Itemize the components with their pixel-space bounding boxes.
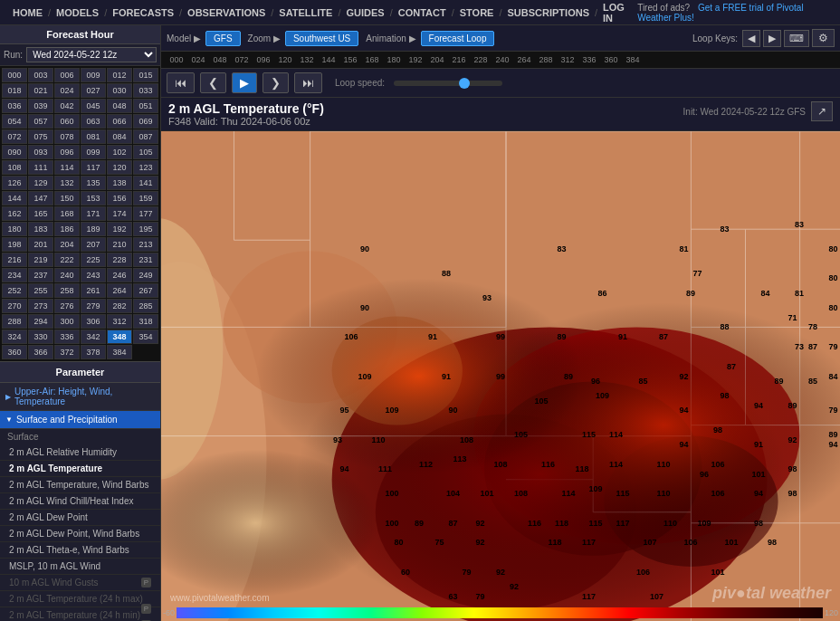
hour-cell-195[interactable]: 195: [133, 222, 158, 236]
param-theta[interactable]: 2 m AGL Theta-e, Wind Barbs: [0, 542, 160, 559]
hour-cell-000[interactable]: 000: [2, 68, 27, 82]
hour-cell-069[interactable]: 069: [133, 114, 158, 129]
settings-button[interactable]: ⚙: [812, 29, 835, 47]
param-temp[interactable]: 2 m AGL Temperature: [0, 461, 160, 477]
prev-frame-button[interactable]: ❮: [200, 72, 226, 93]
time-tick-312[interactable]: 312: [558, 54, 578, 65]
hour-cell-228[interactable]: 228: [107, 253, 132, 267]
nav-satellite[interactable]: SATELLITE: [273, 7, 338, 18]
share-button[interactable]: ↗: [811, 101, 833, 121]
hour-cell-243[interactable]: 243: [81, 268, 106, 282]
hour-cell-342[interactable]: 342: [81, 330, 106, 344]
nav-store[interactable]: STORE: [454, 7, 500, 18]
time-tick-144[interactable]: 144: [319, 54, 339, 65]
hour-cell-354[interactable]: 354: [133, 330, 158, 344]
time-tick-336[interactable]: 336: [579, 54, 599, 65]
hour-cell-273[interactable]: 273: [28, 299, 53, 313]
hour-cell-306[interactable]: 306: [81, 314, 106, 329]
nav-forecasts[interactable]: FORECASTS: [107, 7, 179, 18]
hour-cell-099[interactable]: 099: [81, 145, 106, 159]
hour-cell-366[interactable]: 366: [28, 345, 53, 359]
hour-cell-360[interactable]: 360: [2, 345, 27, 359]
animation-loop-button[interactable]: Forecast Loop: [421, 31, 495, 46]
hour-cell-174[interactable]: 174: [107, 206, 132, 221]
hour-cell-288[interactable]: 288: [2, 314, 27, 329]
hour-cell-258[interactable]: 258: [54, 283, 80, 298]
hour-cell-234[interactable]: 234: [2, 268, 27, 282]
hour-cell-210[interactable]: 210: [107, 237, 132, 252]
hour-cell-135[interactable]: 135: [81, 176, 106, 190]
hour-cell-090[interactable]: 090: [2, 145, 27, 159]
hour-cell-024[interactable]: 024: [54, 83, 80, 98]
param-mslp[interactable]: MSLP, 10 m AGL Wind: [0, 559, 160, 575]
time-tick-204[interactable]: 204: [427, 54, 447, 65]
param-windchill[interactable]: 2 m AGL Wind Chill/Heat Index: [0, 493, 160, 510]
loop-speed-thumb[interactable]: [459, 78, 470, 89]
hour-cell-162[interactable]: 162: [2, 206, 27, 221]
hour-cell-204[interactable]: 204: [54, 237, 80, 252]
time-tick-168[interactable]: 168: [362, 54, 382, 65]
loop-speed-slider[interactable]: [394, 81, 502, 86]
param-rh[interactable]: 2 m AGL Relative Humidity: [0, 444, 160, 461]
nav-home[interactable]: HOME: [7, 7, 48, 18]
hour-cell-276[interactable]: 276: [54, 299, 80, 313]
hour-cell-006[interactable]: 006: [54, 68, 80, 82]
hour-cell-027[interactable]: 027: [81, 83, 106, 98]
hour-cell-126[interactable]: 126: [2, 176, 27, 190]
param-temp-wind[interactable]: 2 m AGL Temperature, Wind Barbs: [0, 477, 160, 493]
hour-cell-033[interactable]: 033: [133, 83, 158, 98]
param-temp-24max[interactable]: 2 m AGL Temperature (24 h max) P: [0, 591, 160, 607]
nav-models[interactable]: MODELS: [51, 7, 104, 18]
map-container[interactable]: 9088838183838077809093868984818071781069…: [161, 131, 840, 621]
hour-cell-102[interactable]: 102: [107, 145, 132, 159]
hour-cell-150[interactable]: 150: [54, 191, 80, 205]
param-dewpoint[interactable]: 2 m AGL Dew Point: [0, 510, 160, 526]
param-temp-24min[interactable]: 2 m AGL Temperature (24 h min) P: [0, 607, 160, 621]
hour-cell-132[interactable]: 132: [54, 176, 80, 190]
hour-cell-198[interactable]: 198: [2, 237, 27, 252]
hour-cell-165[interactable]: 165: [28, 206, 53, 221]
hour-cell-141[interactable]: 141: [133, 176, 158, 190]
hour-cell-378[interactable]: 378: [81, 345, 106, 359]
param-dewpoint-wind[interactable]: 2 m AGL Dew Point, Wind Barbs: [0, 526, 160, 542]
time-tick-360[interactable]: 360: [601, 54, 621, 65]
hour-cell-384[interactable]: 384: [107, 345, 132, 359]
time-tick-072[interactable]: 072: [232, 54, 252, 65]
hour-cell-213[interactable]: 213: [133, 237, 158, 252]
hour-cell-264[interactable]: 264: [107, 283, 132, 298]
hour-cell-189[interactable]: 189: [81, 222, 106, 236]
loop-key-prev-button[interactable]: ◀: [742, 30, 760, 47]
hour-cell-246[interactable]: 246: [107, 268, 132, 282]
next-frame-button[interactable]: ❯: [262, 72, 289, 93]
hour-cell-336[interactable]: 336: [54, 330, 80, 344]
hour-cell-171[interactable]: 171: [81, 206, 106, 221]
time-tick-048[interactable]: 048: [210, 54, 230, 65]
hour-cell-087[interactable]: 087: [133, 129, 158, 144]
hour-cell-312[interactable]: 312: [107, 314, 132, 329]
hour-cell-267[interactable]: 267: [133, 283, 158, 298]
time-tick-192[interactable]: 192: [406, 54, 425, 65]
hour-cell-240[interactable]: 240: [54, 268, 80, 282]
hour-cell-219[interactable]: 219: [28, 253, 53, 267]
zoom-region-button[interactable]: Southwest US: [285, 31, 358, 46]
hour-cell-120[interactable]: 120: [107, 160, 132, 175]
hour-cell-222[interactable]: 222: [54, 253, 80, 267]
hour-cell-051[interactable]: 051: [133, 99, 158, 113]
hour-cell-042[interactable]: 042: [54, 99, 80, 113]
time-tick-096[interactable]: 096: [253, 54, 273, 65]
hour-cell-318[interactable]: 318: [133, 314, 158, 329]
hour-cell-177[interactable]: 177: [133, 206, 158, 221]
hour-cell-279[interactable]: 279: [81, 299, 106, 313]
hour-cell-096[interactable]: 096: [54, 145, 80, 159]
hour-cell-129[interactable]: 129: [28, 176, 53, 190]
time-tick-024[interactable]: 024: [188, 54, 208, 65]
hour-cell-270[interactable]: 270: [2, 299, 27, 313]
last-frame-button[interactable]: ⏭: [294, 72, 322, 93]
hour-cell-255[interactable]: 255: [28, 283, 53, 298]
hour-cell-180[interactable]: 180: [2, 222, 27, 236]
time-tick-132[interactable]: 132: [297, 54, 317, 65]
nav-contact[interactable]: CONTACT: [393, 7, 452, 18]
time-tick-384[interactable]: 384: [623, 54, 643, 65]
time-tick-156[interactable]: 156: [340, 54, 360, 65]
nav-guides[interactable]: GUIDES: [340, 7, 389, 18]
